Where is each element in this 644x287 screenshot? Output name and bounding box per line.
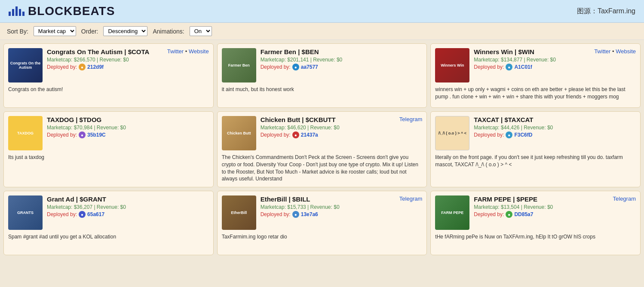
card-content: Farmer Ben | $BENMarketcap: $201,141 | R…: [261, 48, 423, 70]
twitter-link[interactable]: Twitter: [594, 48, 610, 55]
logo-icon: [9, 6, 25, 16]
card-thumbnail: Farmer Ben: [222, 48, 256, 82]
card-description: tHe fARming pePe is Nuw on TaXFArm.ing, …: [435, 233, 636, 241]
deployed-label: Deployed by:: [474, 132, 504, 138]
animations-label: Animations:: [153, 28, 184, 35]
card-marketcap: Marketcap: $134,877 | Revenue: $0: [474, 57, 636, 63]
card-top: GRANTSGrant Ad | $GRANTMarketcap: $36,20…: [8, 195, 209, 230]
deployer-address[interactable]: A1C01f: [514, 64, 532, 70]
card-content: TAXCAT | $TAXCATMarketcap: $44,426 | Rev…: [474, 116, 636, 138]
card-marketcap: Marketcap: $15,733 | Revenue: $0: [261, 204, 423, 210]
deployer-address[interactable]: 13e7a6: [301, 211, 318, 217]
website-link[interactable]: Website: [189, 48, 209, 55]
card-content: FARM PEPE | $PEPEMarketcap: $13,504 | Re…: [474, 195, 636, 218]
deployed-label: Deployed by:: [474, 211, 504, 217]
card-title: Chicken Butt | $CKBUTT: [261, 116, 423, 123]
card-description: literally on the front page. if you don'…: [435, 154, 636, 168]
deployed-label: Deployed by:: [47, 132, 77, 138]
deployer-address[interactable]: F3C6fD: [514, 132, 532, 138]
deployer-icon: ●: [292, 211, 299, 218]
card-thumbnail: EtherBill: [222, 195, 256, 230]
card-item: Twitter • WebsiteCongrats On the AutismC…: [3, 43, 214, 108]
header: BLOCKBEATS 图源：TaxFarm.ing: [0, 0, 644, 23]
deployed-by-row: Deployed by:●13e7a6: [261, 211, 423, 218]
deployed-by-row: Deployed by:●F3C6fD: [474, 131, 636, 138]
sort-by-label: Sort By:: [7, 28, 28, 35]
deployed-by-row: Deployed by:●21437a: [261, 131, 423, 138]
deployed-by-row: Deployed by:●212d9f: [47, 64, 209, 70]
card-content: Chicken Butt | $CKBUTTMarketcap: $46,620…: [261, 116, 423, 138]
card-description: Congrats on the autism!: [8, 86, 209, 93]
card-links: Twitter • Website: [594, 48, 636, 55]
sort-by-select[interactable]: Market cap: [34, 26, 76, 36]
deployer-address[interactable]: 212d9f: [87, 64, 104, 70]
source-attribution: 图源：TaxFarm.ing: [577, 7, 635, 16]
card-thumbnail: GRANTS: [8, 195, 43, 230]
card-item: TelegramChicken ButtChicken Butt | $CKBU…: [217, 111, 427, 187]
card-description: TaxFarmim.ing logo retar dio: [222, 233, 423, 241]
deployed-label: Deployed by:: [474, 64, 504, 70]
card-top: Farmer BenFarmer Ben | $BENMarketcap: $2…: [222, 48, 423, 82]
deployer-address[interactable]: 35b19C: [87, 132, 106, 138]
card-description: winners win + up only + wagmi + coins on…: [435, 86, 636, 101]
card-content: EtherBill | $BILLMarketcap: $15,733 | Re…: [261, 195, 423, 218]
deployer-address[interactable]: aa7577: [301, 64, 318, 70]
controls-bar: Sort By: Market cap Order: Descending An…: [0, 23, 644, 40]
card-marketcap: Marketcap: $13,504 | Revenue: $0: [474, 204, 636, 210]
deployer-icon: ●: [79, 131, 86, 138]
card-thumbnail: Winners Win: [435, 48, 469, 82]
card-marketcap: Marketcap: $201,141 | Revenue: $0: [261, 57, 423, 63]
deployed-by-row: Deployed by:●aa7577: [261, 64, 423, 70]
twitter-link[interactable]: Twitter: [167, 48, 184, 55]
card-top: FARM PEPEFARM PEPE | $PEPEMarketcap: $13…: [435, 195, 636, 230]
card-marketcap: Marketcap: $36,207 | Revenue: $0: [47, 204, 209, 210]
animations-select[interactable]: On: [190, 26, 212, 36]
card-item: TAXDOGTAXDOG | $TDOGMarketcap: $70,984 |…: [3, 111, 214, 187]
deployer-icon: ●: [506, 64, 512, 70]
card-top: Chicken ButtChicken Butt | $CKBUTTMarket…: [222, 116, 423, 150]
card-links: Twitter • Website: [167, 48, 209, 55]
deployed-by-row: Deployed by:●A1C01f: [474, 64, 636, 70]
telegram-link[interactable]: Telegram: [613, 195, 636, 202]
website-link[interactable]: Website: [616, 48, 636, 55]
card-description: Its just a taxdog: [8, 154, 209, 161]
card-content: TAXDOG | $TDOGMarketcap: $70,984 | Reven…: [47, 116, 209, 138]
card-item: /\_/\ ( o.o ) > ^ <TAXCAT | $TAXCATMarke…: [430, 111, 641, 187]
deployer-address[interactable]: 21437a: [301, 132, 318, 138]
logo: BLOCKBEATS: [9, 4, 115, 18]
logo-text: BLOCKBEATS: [28, 4, 115, 18]
card-item: GRANTSGrant Ad | $GRANTMarketcap: $36,20…: [3, 191, 214, 255]
cards-grid: Twitter • WebsiteCongrats On the AutismC…: [0, 40, 644, 259]
card-marketcap: Marketcap: $46,620 | Revenue: $0: [261, 125, 423, 131]
card-title: EtherBill | $BILL: [261, 195, 423, 203]
deployed-label: Deployed by:: [47, 64, 77, 70]
deployer-address[interactable]: DD85a7: [514, 211, 533, 217]
deployer-icon: ●: [292, 64, 299, 70]
card-item: TelegramFARM PEPEFARM PEPE | $PEPEMarket…: [430, 191, 641, 255]
deployer-icon: ●: [79, 211, 86, 218]
card-description: it aint much, but its honest work: [222, 86, 423, 93]
card-content: Grant Ad | $GRANTMarketcap: $36,207 | Re…: [47, 195, 209, 218]
telegram-link[interactable]: Telegram: [399, 195, 422, 202]
card-title: TAXDOG | $TDOG: [47, 116, 209, 123]
deployed-by-row: Deployed by:●35b19C: [47, 131, 209, 138]
telegram-link[interactable]: Telegram: [399, 116, 422, 122]
deployed-label: Deployed by:: [261, 64, 291, 70]
deployer-icon: ●: [506, 131, 512, 138]
card-title: FARM PEPE | $PEPE: [474, 195, 636, 203]
card-item: TelegramEtherBillEtherBill | $BILLMarket…: [217, 191, 427, 255]
card-item: Farmer BenFarmer Ben | $BENMarketcap: $2…: [217, 43, 427, 108]
card-description: The Chicken's Commandments Don't Peck at…: [222, 154, 423, 183]
card-links: Telegram: [399, 195, 422, 202]
card-thumbnail: TAXDOG: [8, 116, 43, 150]
card-marketcap: Marketcap: $266,570 | Revenue: $0: [47, 57, 209, 63]
card-thumbnail: /\_/\ ( o.o ) > ^ <: [435, 116, 469, 150]
card-description: Spam #grant #ad until you get a KOL allo…: [8, 233, 209, 241]
card-title: TAXCAT | $TAXCAT: [474, 116, 636, 123]
card-title: Grant Ad | $GRANT: [47, 195, 209, 203]
deployed-label: Deployed by:: [261, 132, 291, 138]
deployer-address[interactable]: 65a617: [87, 211, 104, 217]
deployed-by-row: Deployed by:●DD85a7: [474, 211, 636, 218]
card-thumbnail: Congrats On the Autism: [8, 48, 43, 82]
order-select[interactable]: Descending: [103, 26, 147, 36]
